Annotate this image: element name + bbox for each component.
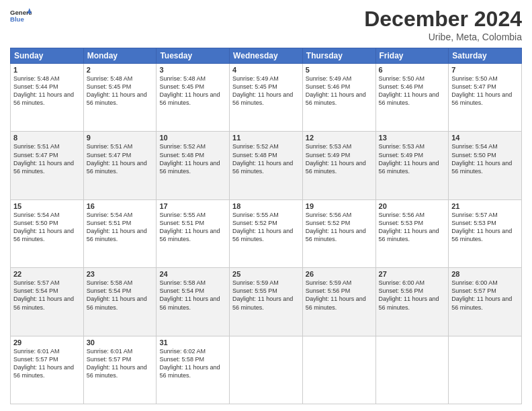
calendar-cell (302, 336, 375, 404)
header: General Blue December 2024 Uribe, Meta, … (10, 7, 522, 42)
day-info: Sunrise: 5:59 AMSunset: 5:55 PMDaylight:… (232, 279, 300, 312)
day-info: Sunrise: 5:53 AMSunset: 5:49 PMDaylight:… (306, 142, 373, 175)
calendar-cell: 5Sunrise: 5:49 AMSunset: 5:46 PMDaylight… (302, 64, 375, 132)
day-number: 13 (379, 134, 446, 142)
day-info: Sunrise: 5:57 AMSunset: 5:53 PMDaylight:… (451, 211, 519, 244)
weekday-header-thursday: Thursday (302, 48, 375, 64)
weekday-header-saturday: Saturday (449, 48, 522, 64)
calendar-cell (375, 336, 449, 404)
day-number: 16 (87, 202, 154, 210)
day-info: Sunrise: 5:57 AMSunset: 5:54 PMDaylight:… (13, 279, 81, 312)
day-info: Sunrise: 5:48 AMSunset: 5:44 PMDaylight:… (13, 75, 81, 107)
calendar-cell: 8Sunrise: 5:51 AMSunset: 5:47 PMDaylight… (11, 132, 84, 199)
day-info: Sunrise: 5:51 AMSunset: 5:47 PMDaylight:… (13, 142, 81, 175)
calendar-cell: 19Sunrise: 5:56 AMSunset: 5:52 PMDayligh… (302, 199, 375, 267)
calendar-cell: 11Sunrise: 5:52 AMSunset: 5:48 PMDayligh… (230, 132, 303, 199)
calendar-cell: 23Sunrise: 5:58 AMSunset: 5:54 PMDayligh… (83, 268, 157, 336)
day-info: Sunrise: 6:00 AMSunset: 5:57 PMDaylight:… (451, 279, 519, 312)
day-info: Sunrise: 5:55 AMSunset: 5:52 PMDaylight:… (232, 211, 300, 244)
day-number: 19 (306, 202, 373, 210)
day-number: 20 (379, 202, 446, 210)
calendar-cell: 15Sunrise: 5:54 AMSunset: 5:50 PMDayligh… (11, 199, 84, 267)
svg-text:Blue: Blue (10, 15, 24, 23)
day-info: Sunrise: 5:54 AMSunset: 5:50 PMDaylight:… (13, 211, 81, 244)
calendar-cell: 9Sunrise: 5:51 AMSunset: 5:47 PMDaylight… (83, 132, 157, 199)
calendar-cell: 21Sunrise: 5:57 AMSunset: 5:53 PMDayligh… (449, 199, 522, 267)
day-number: 11 (232, 134, 300, 142)
weekday-header-tuesday: Tuesday (157, 48, 230, 64)
day-number: 23 (87, 270, 154, 278)
day-number: 6 (379, 66, 446, 74)
day-number: 3 (159, 66, 226, 74)
calendar-cell: 28Sunrise: 6:00 AMSunset: 5:57 PMDayligh… (449, 268, 522, 336)
day-number: 29 (13, 338, 81, 347)
day-number: 12 (306, 134, 373, 142)
calendar-cell: 12Sunrise: 5:53 AMSunset: 5:49 PMDayligh… (302, 132, 375, 199)
day-number: 25 (232, 270, 300, 278)
calendar-cell: 13Sunrise: 5:53 AMSunset: 5:49 PMDayligh… (375, 132, 449, 199)
day-number: 30 (87, 338, 154, 347)
day-info: Sunrise: 5:49 AMSunset: 5:45 PMDaylight:… (232, 75, 300, 107)
calendar-cell (449, 336, 522, 404)
logo: General Blue (10, 7, 32, 26)
day-number: 4 (232, 66, 300, 74)
calendar-cell: 24Sunrise: 5:58 AMSunset: 5:54 PMDayligh… (157, 268, 230, 336)
day-info: Sunrise: 5:56 AMSunset: 5:53 PMDaylight:… (379, 211, 446, 244)
calendar-cell: 4Sunrise: 5:49 AMSunset: 5:45 PMDaylight… (230, 64, 303, 132)
day-info: Sunrise: 5:58 AMSunset: 5:54 PMDaylight:… (87, 279, 154, 312)
calendar-title: December 2024 (364, 7, 522, 32)
title-section: December 2024 Uribe, Meta, Colombia (364, 7, 522, 42)
weekday-header-sunday: Sunday (11, 48, 84, 64)
calendar-cell (230, 336, 303, 404)
day-info: Sunrise: 5:48 AMSunset: 5:45 PMDaylight:… (87, 75, 154, 107)
calendar-cell: 16Sunrise: 5:54 AMSunset: 5:51 PMDayligh… (83, 199, 157, 267)
day-info: Sunrise: 5:54 AMSunset: 5:50 PMDaylight:… (451, 142, 519, 175)
day-number: 2 (87, 66, 154, 74)
day-info: Sunrise: 5:59 AMSunset: 5:56 PMDaylight:… (306, 279, 373, 312)
day-info: Sunrise: 5:53 AMSunset: 5:49 PMDaylight:… (379, 142, 446, 175)
calendar-cell: 29Sunrise: 6:01 AMSunset: 5:57 PMDayligh… (11, 336, 84, 404)
day-number: 14 (451, 134, 519, 142)
calendar-cell: 27Sunrise: 6:00 AMSunset: 5:56 PMDayligh… (375, 268, 449, 336)
calendar-cell: 22Sunrise: 5:57 AMSunset: 5:54 PMDayligh… (11, 268, 84, 336)
calendar-cell: 18Sunrise: 5:55 AMSunset: 5:52 PMDayligh… (230, 199, 303, 267)
weekday-header-wednesday: Wednesday (230, 48, 303, 64)
day-info: Sunrise: 5:50 AMSunset: 5:46 PMDaylight:… (379, 75, 446, 107)
calendar-subtitle: Uribe, Meta, Colombia (364, 32, 522, 42)
day-info: Sunrise: 6:01 AMSunset: 5:57 PMDaylight:… (13, 347, 81, 380)
calendar-cell: 31Sunrise: 6:02 AMSunset: 5:58 PMDayligh… (157, 336, 230, 404)
day-info: Sunrise: 5:50 AMSunset: 5:47 PMDaylight:… (451, 75, 519, 107)
day-number: 24 (159, 270, 226, 278)
day-info: Sunrise: 5:56 AMSunset: 5:52 PMDaylight:… (306, 211, 373, 244)
calendar-cell: 26Sunrise: 5:59 AMSunset: 5:56 PMDayligh… (302, 268, 375, 336)
day-number: 10 (159, 134, 226, 142)
calendar-cell: 30Sunrise: 6:01 AMSunset: 5:57 PMDayligh… (83, 336, 157, 404)
calendar-cell: 7Sunrise: 5:50 AMSunset: 5:47 PMDaylight… (449, 64, 522, 132)
day-number: 1 (13, 66, 81, 74)
day-info: Sunrise: 6:02 AMSunset: 5:58 PMDaylight:… (159, 347, 226, 380)
day-number: 26 (306, 270, 373, 278)
calendar-cell: 3Sunrise: 5:48 AMSunset: 5:45 PMDaylight… (157, 64, 230, 132)
day-number: 7 (451, 66, 519, 74)
day-info: Sunrise: 5:51 AMSunset: 5:47 PMDaylight:… (87, 142, 154, 175)
day-number: 17 (159, 202, 226, 210)
day-info: Sunrise: 5:52 AMSunset: 5:48 PMDaylight:… (232, 142, 300, 175)
day-number: 18 (232, 202, 300, 210)
day-number: 15 (13, 202, 81, 210)
day-info: Sunrise: 5:48 AMSunset: 5:45 PMDaylight:… (159, 75, 226, 107)
calendar-cell: 10Sunrise: 5:52 AMSunset: 5:48 PMDayligh… (157, 132, 230, 199)
calendar-cell: 1Sunrise: 5:48 AMSunset: 5:44 PMDaylight… (11, 64, 84, 132)
calendar-cell: 17Sunrise: 5:55 AMSunset: 5:51 PMDayligh… (157, 199, 230, 267)
logo-icon: General Blue (10, 7, 32, 26)
weekday-header-friday: Friday (375, 48, 449, 64)
calendar-cell: 25Sunrise: 5:59 AMSunset: 5:55 PMDayligh… (230, 268, 303, 336)
day-number: 22 (13, 270, 81, 278)
day-info: Sunrise: 5:55 AMSunset: 5:51 PMDaylight:… (159, 211, 226, 244)
day-info: Sunrise: 5:58 AMSunset: 5:54 PMDaylight:… (159, 279, 226, 312)
calendar-cell: 14Sunrise: 5:54 AMSunset: 5:50 PMDayligh… (449, 132, 522, 199)
weekday-header-monday: Monday (83, 48, 157, 64)
day-number: 27 (379, 270, 446, 278)
day-number: 21 (451, 202, 519, 210)
calendar-table: SundayMondayTuesdayWednesdayThursdayFrid… (10, 48, 522, 404)
calendar-page: General Blue December 2024 Uribe, Meta, … (0, 0, 532, 411)
